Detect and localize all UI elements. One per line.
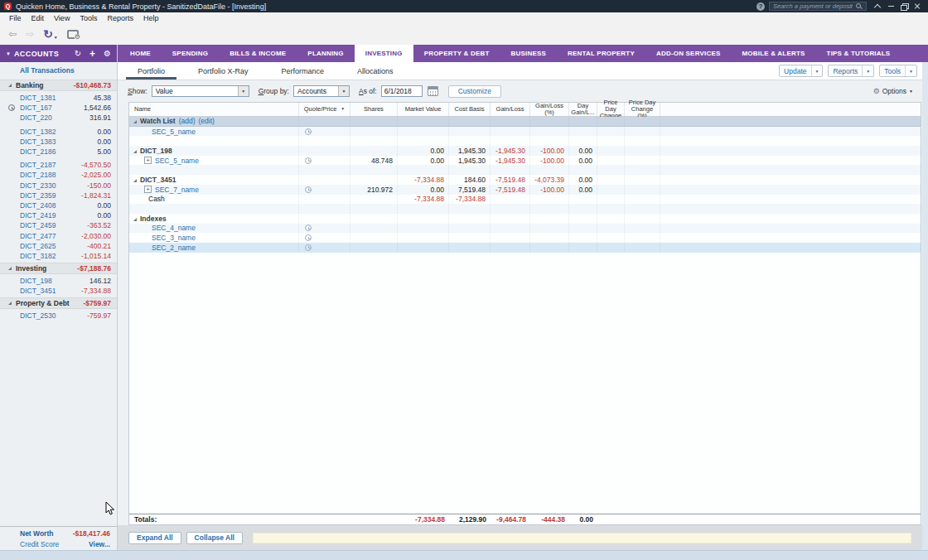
table-row-sec-7-name[interactable]: +SEC_7_name210.9720.007,519.48-7,519.48-… — [129, 185, 921, 195]
sidebar-account-dict-1382[interactable]: DICT_13820.00 — [0, 127, 117, 137]
expand-icon[interactable]: + — [144, 186, 152, 193]
sidebar-account-dict-2625[interactable]: DICT_2625-400.21 — [0, 241, 117, 251]
menu-help[interactable]: Help — [138, 14, 164, 22]
chevron-down-icon[interactable]: ▼ — [338, 86, 349, 96]
collapse-icon[interactable] — [133, 218, 137, 221]
security-name[interactable]: SEC_5_name — [155, 157, 199, 165]
accounts-header[interactable]: ▼ ACCOUNTS ↻ + ⚙ — [0, 45, 117, 62]
collapse-icon[interactable] — [133, 150, 137, 153]
table-row-sec-2-name[interactable]: SEC_2_name — [129, 243, 921, 253]
col-header-shares[interactable]: Shares — [350, 103, 398, 116]
tab-investing[interactable]: INVESTING — [355, 45, 413, 62]
sidebar-account-dict-2330[interactable]: DICT_2330-150.00 — [0, 181, 117, 191]
update-button[interactable]: Update▼ — [779, 65, 823, 77]
collapse-icon[interactable] — [8, 84, 12, 87]
table-row-sec-3-name[interactable]: SEC_3_name — [129, 233, 921, 243]
expand-icon[interactable]: + — [144, 157, 152, 164]
subtab-portfolio-x-ray[interactable]: Portfolio X-Ray — [186, 62, 260, 80]
add-account-icon[interactable]: + — [89, 49, 95, 59]
col-header-price-day-change[interactable]: Price Day Change — [597, 103, 625, 116]
sidebar-account-dict-1383[interactable]: DICT_13830.00 — [0, 137, 117, 147]
sidebar-account-dict-3451[interactable]: DICT_3451-7,334.88 — [0, 286, 117, 296]
sidebar-account-dict-1381[interactable]: DICT_138145.38 — [0, 93, 117, 103]
sidebar-group-property-debt[interactable]: Property & Debt-$759.97 — [0, 297, 117, 309]
table-row-sec-4-name[interactable]: SEC_4_name — [129, 224, 921, 234]
tab-home[interactable]: HOME — [119, 45, 162, 62]
sidebar-account-dict-2477[interactable]: DICT_2477-2,030.00 — [0, 230, 117, 240]
tab-spending[interactable]: SPENDING — [162, 45, 219, 62]
asof-date-field[interactable]: 6/1/2018 — [381, 85, 423, 97]
col-header-name[interactable]: Name — [129, 103, 299, 116]
collapse-icon[interactable] — [8, 302, 12, 305]
help-icon[interactable]: ? — [756, 2, 765, 11]
sidebar-account-dict-220[interactable]: DICT_220316.91 — [0, 113, 117, 123]
col-header-market-value[interactable]: Market Value — [398, 103, 449, 116]
credit-score-row[interactable]: Credit Score View... — [0, 538, 117, 549]
menu-edit[interactable]: Edit — [27, 14, 50, 22]
minimize-button[interactable] — [884, 1, 897, 12]
quote-icon[interactable] — [305, 234, 312, 241]
sidebar-account-dict-2359[interactable]: DICT_2359-1,824.31 — [0, 191, 117, 200]
security-name[interactable]: SEC_2_name — [152, 244, 196, 252]
table-row-sec-5-name[interactable]: SEC_5_name — [129, 127, 921, 137]
caret-down-icon[interactable]: ▼ — [812, 69, 823, 74]
collapse-window-button[interactable] — [871, 1, 884, 12]
security-name[interactable]: SEC_3_name — [152, 234, 196, 242]
menu-file[interactable]: File — [4, 14, 27, 22]
sidebar-account-dict-2419[interactable]: DICT_24190.00 — [0, 210, 117, 220]
sidebar-account-dict-2186[interactable]: DICT_21865.00 — [0, 147, 117, 157]
sidebar-account-dict-3182[interactable]: DICT_3182-1,015.14 — [0, 251, 117, 261]
calendar-icon[interactable] — [428, 86, 438, 96]
groupby-dropdown[interactable]: Accounts ▼ — [293, 85, 350, 97]
close-button[interactable] — [911, 1, 924, 12]
edit-link[interactable]: (edit) — [199, 117, 215, 125]
tab-bills-income[interactable]: BILLS & INCOME — [219, 45, 297, 62]
table-row-indexes[interactable]: Indexes — [129, 214, 921, 224]
sidebar-group-investing[interactable]: Investing-$7,188.76 — [0, 263, 117, 274]
sidebar-account-dict-2459[interactable]: DICT_2459-363.52 — [0, 220, 117, 230]
security-name[interactable]: SEC_4_name — [152, 224, 196, 232]
tab-mobile-alerts[interactable]: MOBILE & ALERTS — [732, 45, 816, 62]
sidebar-account-dict-2408[interactable]: DICT_24080.00 — [0, 200, 117, 210]
net-worth-row[interactable]: Net Worth -$18,417.46 — [0, 528, 117, 538]
caret-down-icon[interactable]: ▼ — [863, 69, 873, 74]
sidebar-account-dict-2530[interactable]: DICT_2530-759.97 — [0, 311, 117, 321]
tools-button[interactable]: Tools▼ — [879, 65, 917, 77]
subtab-performance[interactable]: Performance — [270, 62, 336, 80]
sidebar-account-dict-2188[interactable]: DICT_2188-2,025.00 — [0, 170, 117, 180]
chevron-down-icon[interactable]: ▼ — [238, 86, 249, 96]
col-header-cost-basis[interactable]: Cost Basis — [449, 103, 491, 116]
menu-tools[interactable]: Tools — [75, 14, 102, 22]
quote-icon[interactable] — [305, 186, 312, 193]
security-name[interactable]: SEC_5_name — [152, 128, 196, 136]
tab-planning[interactable]: PLANNING — [297, 45, 354, 62]
refresh-icon[interactable]: ↻ — [75, 50, 81, 58]
search-input[interactable] — [773, 2, 855, 10]
show-dropdown[interactable]: Value ▼ — [152, 85, 249, 97]
table-row-cash[interactable]: Cash-7,334.88-7,334.88 — [129, 195, 921, 205]
sidebar-account-dict-198[interactable]: DICT_198146.12 — [0, 276, 117, 286]
one-step-update-button[interactable]: ↻ ▼ — [43, 28, 58, 40]
gear-icon[interactable]: ⚙ — [104, 50, 111, 58]
quote-icon[interactable] — [305, 157, 312, 164]
sidebar-group-banking[interactable]: Banking-$10,468.73 — [0, 80, 117, 91]
collapse-icon[interactable] — [133, 120, 137, 123]
sidebar-account-dict-2187[interactable]: DICT_2187-4,570.50 — [0, 160, 117, 170]
col-header-price-day-change[interactable]: Price Day Change (%) — [625, 103, 660, 116]
tab-business[interactable]: BUSINESS — [500, 45, 558, 62]
table-row-dict-198[interactable]: DICT_1980.001,945.30-1,945.30-100.000.00 — [129, 146, 921, 156]
tab-property-debt[interactable]: PROPERTY & DEBT — [413, 45, 500, 62]
table-row-watch-list[interactable]: Watch List(add)(edit) — [129, 117, 921, 127]
collapse-icon[interactable] — [133, 179, 137, 182]
col-header-gain-loss[interactable]: Gain/Loss (%) — [530, 103, 569, 116]
subtab-allocations[interactable]: Allocations — [346, 62, 405, 80]
menu-reports[interactable]: Reports — [102, 14, 138, 22]
all-transactions-link[interactable]: All Transactions — [0, 65, 117, 78]
collapse-icon[interactable] — [8, 267, 12, 270]
search-icon[interactable] — [855, 2, 863, 10]
col-header-quote-price[interactable]: Quote/Price▼ — [299, 103, 350, 116]
subtab-portfolio[interactable]: Portfolio — [126, 62, 176, 80]
quote-icon[interactable] — [305, 224, 312, 231]
back-icon[interactable]: ⇦ — [8, 29, 17, 39]
sidebar-account-dict-167[interactable]: DICT_1671,542.66 — [0, 103, 117, 113]
